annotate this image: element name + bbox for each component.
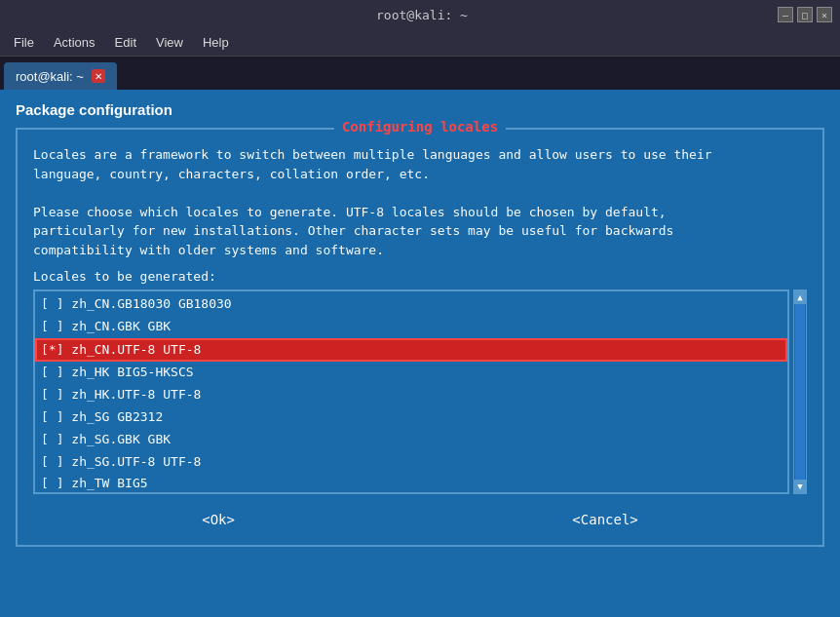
minimize-button[interactable]: — [778, 7, 793, 22]
description-text: Locales are a framework to switch betwee… [33, 145, 807, 259]
cancel-button[interactable]: <Cancel> [564, 510, 645, 529]
list-item[interactable]: [ ] zh_SG.GBK GBK [35, 429, 787, 451]
terminal-tab[interactable]: root@kali: ~ ✕ [4, 62, 117, 90]
locales-label: Locales to be generated: [33, 269, 807, 284]
menu-edit[interactable]: Edit [105, 33, 146, 52]
ok-button[interactable]: <Ok> [194, 510, 243, 529]
tabbar: root@kali: ~ ✕ [0, 57, 840, 90]
list-item[interactable]: [ ] zh_SG.UTF-8 UTF-8 [35, 451, 787, 474]
list-item[interactable]: [ ] zh_TW BIG5 [35, 473, 787, 494]
menubar: File Actions Edit View Help [0, 29, 840, 57]
dialog-buttons: <Ok> <Cancel> [33, 510, 807, 529]
window-controls: — □ ✕ [778, 7, 832, 22]
menu-view[interactable]: View [146, 33, 193, 52]
maximize-button[interactable]: □ [797, 7, 813, 22]
scroll-up-button[interactable]: ▲ [794, 290, 806, 304]
menu-file[interactable]: File [4, 33, 44, 52]
titlebar: root@kali: ~ — □ ✕ [0, 0, 840, 29]
list-item[interactable]: [ ] zh_HK BIG5-HKSCS [35, 362, 787, 384]
scroll-down-button[interactable]: ▼ [794, 480, 806, 493]
dialog: Configuring locales Locales are a framew… [16, 128, 824, 547]
menu-help[interactable]: Help [193, 33, 239, 52]
locale-list-container: [ ] zh_CN.GB18030 GB18030[ ] zh_CN.GBK G… [33, 289, 807, 494]
window-title: root@kali: ~ [66, 8, 778, 22]
locale-list[interactable]: [ ] zh_CN.GB18030 GB18030[ ] zh_CN.GBK G… [33, 289, 789, 494]
list-item[interactable]: [ ] zh_HK.UTF-8 UTF-8 [35, 384, 787, 406]
list-item[interactable]: [ ] zh_CN.GB18030 GB18030 [35, 293, 787, 316]
scrollbar[interactable]: ▲ ▼ [793, 289, 807, 494]
dialog-title: Configuring locales [334, 119, 506, 135]
main-window: root@kali: ~ — □ ✕ File Actions Edit Vie… [0, 0, 840, 617]
close-button[interactable]: ✕ [817, 7, 832, 22]
tab-label: root@kali: ~ [16, 69, 84, 84]
menu-actions[interactable]: Actions [44, 33, 105, 52]
tab-close-button[interactable]: ✕ [92, 69, 105, 83]
list-item[interactable]: [*] zh_CN.UTF-8 UTF-8 [35, 338, 787, 363]
scroll-thumb[interactable] [795, 304, 805, 480]
list-item[interactable]: [ ] zh_SG GB2312 [35, 406, 787, 429]
list-item[interactable]: [ ] zh_CN.GBK GBK [35, 316, 787, 338]
page-title: Package configuration [16, 101, 824, 118]
main-content: Package configuration Configuring locale… [0, 90, 840, 617]
